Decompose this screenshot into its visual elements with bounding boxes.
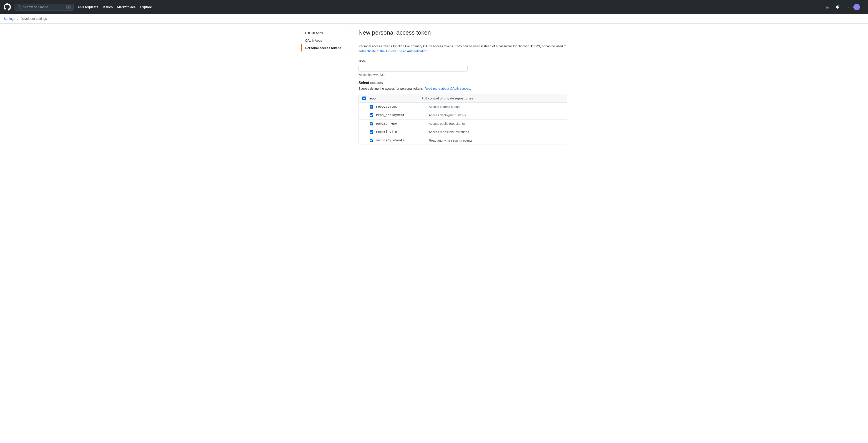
avatar-image [854,4,860,10]
search-placeholder: Search or jump to... [23,5,51,9]
search-kbd: / [66,5,71,9]
description-part2: . [427,50,428,53]
scopes-section: Select scopes Scopes define the access f… [359,81,567,145]
scope-checkbox-repo-deployment[interactable] [370,113,373,117]
scope-checkbox-repo-status[interactable] [370,105,373,109]
scope-name-security-events: security_events [376,139,426,142]
sidebar-item-github-apps[interactable]: GitHub Apps [301,29,351,37]
chevron-down-icon-2 [847,6,850,8]
chevron-down-icon [830,6,832,8]
plus-icon [843,5,847,9]
description-part1: Personal access tokens function like ord… [359,45,566,48]
note-input[interactable] [359,65,468,72]
breadcrumb: Settings / Developer settings [0,14,868,24]
scope-row-repo-invite: repo:invite Access repository invitation… [359,128,567,136]
scope-checkbox-security-events[interactable] [370,139,373,142]
scope-row-repo-deployment: repo_deployment Access deployment status [359,111,567,119]
note-hint: What's this token for? [359,73,567,76]
breadcrumb-separator: / [17,17,18,21]
scope-checkbox-repo-invite[interactable] [370,130,373,134]
notifications-button[interactable] [836,5,840,9]
terminal-button[interactable] [824,4,834,10]
scope-row-repo-status: repo:status Access commit status [359,103,567,111]
header: Search or jump to... / Pull requests Iss… [0,0,868,14]
scope-name-repo-status: repo:status [376,105,426,109]
nav-pull-requests[interactable]: Pull requests [78,5,98,9]
header-actions [824,4,864,10]
scope-desc-repo-invite: Access repository invitations [429,130,469,134]
scope-checkbox-repo[interactable] [362,96,366,100]
scope-desc-repo: Full control of private repositories [422,96,473,100]
scopes-link[interactable]: Read more about OAuth scopes. [425,87,471,90]
breadcrumb-settings-link[interactable]: Settings [4,17,15,21]
scope-desc-repo-deployment: Access deployment status [429,113,466,117]
sidebar-item-oauth-apps[interactable]: OAuth Apps [301,37,351,45]
note-form-group: Note What's this token for? [359,59,567,76]
scopes-description: Scopes define the access for personal to… [359,87,567,90]
scope-desc-repo-status: Access commit status [429,105,460,109]
search-box[interactable]: Search or jump to... / [14,4,74,11]
create-new-button[interactable] [842,4,851,10]
search-icon [18,5,21,9]
scope-checkbox-public-repo[interactable] [370,122,373,125]
scope-desc-security-events: Read and write security events [429,139,472,142]
scopes-description-text: Scopes define the access for personal to… [359,87,425,90]
notification-badge-dot [838,5,840,7]
terminal-icon [826,5,829,9]
scope-desc-public-repo: Access public repositories [429,122,466,125]
breadcrumb-current: Developer settings [21,17,47,21]
sidebar-item-personal-access-tokens[interactable]: Personal access tokens [301,44,351,52]
scopes-title: Select scopes [359,81,567,85]
github-logo [4,3,11,11]
header-nav: Pull requests Issues Marketplace Explore [78,5,152,9]
scope-row-repo: repo Full control of private repositorie… [359,94,567,103]
note-label: Note [359,59,567,63]
description-link[interactable]: authenticate to the API over Basic Authe… [359,50,427,53]
chevron-down-icon-3 [862,6,864,8]
description-text: Personal access tokens function like ord… [359,44,567,54]
nav-marketplace[interactable]: Marketplace [117,5,136,9]
sidebar: GitHub Apps OAuth Apps Personal access t… [301,29,351,149]
main-content: New personal access token Personal acces… [359,29,567,149]
nav-issues[interactable]: Issues [103,5,113,9]
scopes-table: repo Full control of private repositorie… [359,94,567,145]
scope-row-public-repo: public_repo Access public repositories [359,119,567,128]
scope-row-security-events: security_events Read and write security … [359,136,567,145]
scope-name-public-repo: public_repo [376,122,426,125]
page-layout: GitHub Apps OAuth Apps Personal access t… [298,29,570,149]
scope-name-repo-invite: repo:invite [376,130,426,134]
scope-name-repo: repo [369,96,419,100]
avatar[interactable] [854,4,860,10]
scope-name-repo-deployment: repo_deployment [376,113,426,117]
page-title: New personal access token [359,29,567,40]
nav-explore[interactable]: Explore [140,5,152,9]
